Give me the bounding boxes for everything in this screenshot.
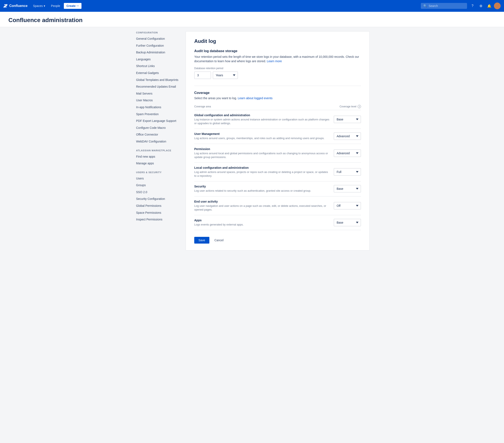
- coverage-row-0: Global configuration and administration …: [194, 110, 361, 129]
- people-link[interactable]: People: [49, 3, 62, 9]
- coverage-row-1-title: User Management: [194, 132, 330, 135]
- create-button[interactable]: Create ···: [64, 3, 81, 9]
- coverage-desc: Select the areas you want to log. Learn …: [194, 96, 361, 100]
- search-input[interactable]: [429, 4, 465, 8]
- coverage-row-0-desc: Log instance or system admin actions aro…: [194, 118, 330, 125]
- coverage-row-1-select[interactable]: Off Base Advanced Full: [334, 132, 361, 140]
- coverage-row-3-select[interactable]: Off Base Advanced Full: [334, 168, 361, 176]
- sidebar-item-inspect-permissions[interactable]: Inspect Permissions: [134, 216, 180, 223]
- cancel-button[interactable]: Cancel: [211, 237, 227, 244]
- settings-icon[interactable]: ⚙: [477, 2, 485, 10]
- coverage-row-5: End user activity Log user navigation an…: [194, 196, 361, 215]
- coverage-row-4-title: Security: [194, 185, 330, 188]
- main-layout: CONFIGURATION General Configuration Furt…: [130, 27, 374, 255]
- sidebar-item-find-apps[interactable]: Find new apps: [134, 154, 180, 160]
- coverage-table-header: Coverage area Coverage level i: [194, 103, 361, 110]
- coverage-row-1-desc: Log actions around users, groups, member…: [194, 136, 330, 140]
- coverage-row-6-select[interactable]: Off Base Advanced Full: [334, 219, 361, 226]
- user-avatar[interactable]: [494, 2, 501, 9]
- sidebar-item-general-configuration[interactable]: General Configuration: [134, 36, 180, 42]
- coverage-row-4-desc: Log user actions related to security suc…: [194, 189, 330, 193]
- sidebar-item-webdav[interactable]: WebDAV Configuration: [134, 138, 180, 145]
- coverage-title: Coverage: [194, 91, 361, 95]
- coverage-row-3-title: Local configuration and administration: [194, 166, 330, 169]
- coverage-row-3: Local configuration and administration L…: [194, 163, 361, 181]
- coverage-col-level: Coverage level: [340, 105, 356, 108]
- section-divider: [194, 86, 361, 86]
- sidebar-item-recommended-updates[interactable]: Recommended Updates Email: [134, 83, 180, 90]
- coverage-row-5-desc: Log user navigation and user actions on …: [194, 204, 330, 212]
- sidebar-item-users[interactable]: Users: [134, 175, 180, 182]
- sidebar-item-pdf-export[interactable]: PDF Export Language Support: [134, 118, 180, 124]
- topnav-icons: ? ⚙ 🔔: [469, 2, 501, 10]
- coverage-section: Coverage Select the areas you want to lo…: [194, 91, 361, 230]
- sidebar-item-external-gadgets[interactable]: External Gadgets: [134, 70, 180, 77]
- coverage-row-4: Security Log user actions related to sec…: [194, 181, 361, 196]
- sidebar-item-inapp-notifications[interactable]: In-app Notifications: [134, 104, 180, 111]
- sidebar-item-configure-code-macro[interactable]: Configure Code Macro: [134, 125, 180, 131]
- storage-title: Audit log database storage: [194, 49, 361, 53]
- sidebar-item-office-connector[interactable]: Office Connector: [134, 131, 180, 138]
- retention-period-label: Database retention period: [194, 67, 361, 70]
- sidebar-item-spam-prevention[interactable]: Spam Prevention: [134, 111, 180, 118]
- coverage-row-3-desc: Log admin actions around spaces, project…: [194, 170, 330, 178]
- search-bar[interactable]: 🔍: [421, 3, 467, 9]
- coverage-row-0-select[interactable]: Off Base Advanced Full: [334, 116, 361, 123]
- sidebar-section-marketplace: ATLASSIAN MARKETPLACE: [134, 149, 180, 152]
- coverage-row-1: User Management Log actions around users…: [194, 129, 361, 144]
- action-buttons: Save Cancel: [194, 237, 361, 244]
- help-icon[interactable]: ?: [469, 2, 476, 10]
- topnav: Confluence Spaces ▾ People Create ··· 🔍 …: [0, 0, 504, 12]
- save-button[interactable]: Save: [194, 237, 209, 244]
- sidebar-item-user-macros[interactable]: User Macros: [134, 97, 180, 104]
- coverage-row-6: Apps Logs events generated by external a…: [194, 215, 361, 230]
- storage-learn-more[interactable]: Learn more: [267, 59, 282, 63]
- coverage-row-2-title: Permission: [194, 147, 330, 151]
- content-area: Audit log Audit log database storage You…: [186, 31, 370, 250]
- storage-desc: Your retention period sets the length of…: [194, 55, 361, 63]
- coverage-row-0-title: Global configuration and administration: [194, 114, 330, 117]
- sidebar-item-mail-servers[interactable]: Mail Servers: [134, 90, 180, 97]
- sidebar-section-users-security: USERS & SECURITY: [134, 171, 180, 173]
- coverage-row-5-title: End user activity: [194, 200, 330, 203]
- confluence-logo[interactable]: Confluence: [3, 4, 28, 8]
- page-header: Confluence administration: [0, 12, 504, 27]
- sidebar: CONFIGURATION General Configuration Furt…: [134, 31, 180, 250]
- sidebar-item-backup-administration[interactable]: Backup Administration: [134, 49, 180, 56]
- coverage-row-6-desc: Logs events generated by external apps.: [194, 223, 330, 227]
- brand-name: Confluence: [9, 4, 28, 8]
- coverage-row-6-title: Apps: [194, 219, 330, 222]
- coverage-row-5-select[interactable]: Off Base Advanced Full: [334, 202, 361, 210]
- sidebar-item-sso[interactable]: SSO 2.0: [134, 189, 180, 196]
- coverage-learn-link[interactable]: Learn about logged events: [238, 96, 272, 100]
- storage-section: Audit log database storage Your retentio…: [194, 49, 361, 79]
- page-title: Confluence administration: [8, 17, 496, 23]
- content-heading: Audit log: [194, 38, 361, 44]
- notifications-icon[interactable]: 🔔: [486, 2, 493, 10]
- coverage-row-2-select[interactable]: Off Base Advanced Full: [334, 149, 361, 157]
- spaces-menu[interactable]: Spaces ▾: [31, 3, 47, 9]
- search-icon: 🔍: [423, 4, 427, 8]
- sidebar-item-further-configuration[interactable]: Further Configuration: [134, 42, 180, 49]
- retention-unit-select[interactable]: Days Weeks Months Years: [213, 72, 238, 79]
- sidebar-section-configuration: CONFIGURATION: [134, 31, 180, 34]
- coverage-col-area: Coverage area: [194, 105, 211, 108]
- sidebar-item-global-templates[interactable]: Global Templates and Blueprints: [134, 77, 180, 83]
- coverage-row-2: Permission Log actions around local and …: [194, 144, 361, 163]
- sidebar-item-languages[interactable]: Languages: [134, 56, 180, 63]
- coverage-level-info-icon[interactable]: i: [358, 105, 361, 108]
- retention-controls: Days Weeks Months Years: [194, 72, 361, 79]
- retention-number-input[interactable]: [194, 72, 211, 79]
- coverage-row-4-select[interactable]: Off Base Advanced Full: [334, 185, 361, 193]
- sidebar-item-groups[interactable]: Groups: [134, 182, 180, 189]
- coverage-row-2-desc: Log actions around local and global perm…: [194, 152, 330, 159]
- sidebar-item-shortcut-links[interactable]: Shortcut Links: [134, 63, 180, 70]
- sidebar-item-space-permissions[interactable]: Space Permissions: [134, 210, 180, 216]
- sidebar-item-global-permissions[interactable]: Global Permissions: [134, 203, 180, 209]
- sidebar-item-manage-apps[interactable]: Manage apps: [134, 160, 180, 167]
- sidebar-item-security-configuration[interactable]: Security Configuration: [134, 196, 180, 202]
